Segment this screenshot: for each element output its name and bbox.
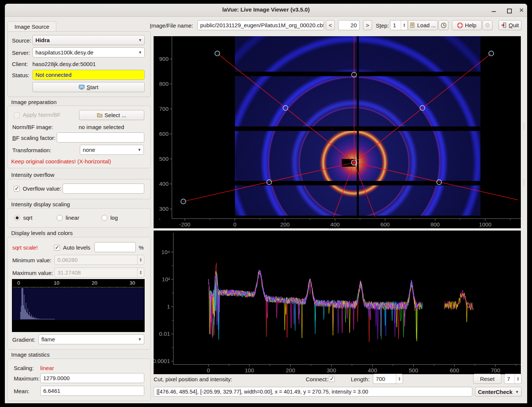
maximize-button[interactable]: [506, 7, 512, 13]
settings-button[interactable]: ⚙: [482, 20, 492, 30]
svg-text:0: 0: [17, 280, 20, 286]
connect-label: Connect:: [306, 376, 328, 382]
close-button[interactable]: ✕: [519, 7, 525, 13]
timer-button[interactable]: [438, 20, 448, 30]
step-label: Step:: [376, 22, 389, 29]
spin-arrows-icon[interactable]: ▲▼: [396, 374, 403, 383]
cut-position-info-field[interactable]: [[476.46, 485.54], [-205.99, 329.77], wi…: [154, 387, 472, 397]
overflow-value-input[interactable]: [63, 184, 144, 194]
auto-levels-input[interactable]: [94, 242, 136, 252]
auto-levels-checkbox[interactable]: [54, 245, 60, 251]
chevron-down-icon: ▼: [138, 145, 141, 154]
source-combo[interactable]: Hidra▼: [32, 35, 145, 45]
stats-mean-input[interactable]: 6.6461: [40, 386, 144, 396]
maximize-icon: [507, 9, 512, 13]
server-combo[interactable]: haspilatus100k.desy.de▼: [32, 47, 145, 57]
close-icon: ✕: [519, 7, 524, 14]
next-image-button[interactable]: >: [363, 20, 372, 30]
stats-maximum-label: Maximum:: [14, 375, 40, 382]
svg-text:1: 1: [167, 303, 170, 310]
svg-text:-200: -200: [179, 221, 191, 228]
length-spinbox[interactable]: 700▲▼: [373, 374, 403, 384]
svg-text:600: 600: [450, 367, 459, 373]
chevron-down-icon: ▼: [515, 387, 519, 397]
spin-arrows-icon[interactable]: ▲▼: [137, 255, 144, 264]
bf-scaling-input[interactable]: [57, 132, 144, 143]
radio-log-label: log: [110, 215, 118, 221]
stats-maximum-input[interactable]: 1279.0000: [40, 373, 144, 383]
reset-button[interactable]: Reset: [473, 374, 501, 384]
vertical-splitter[interactable]: [523, 179, 524, 185]
connect-checkbox[interactable]: [329, 376, 335, 382]
svg-text:200: 200: [280, 221, 290, 228]
apply-normbf-checkbox[interactable]: [14, 112, 20, 118]
image-index-input[interactable]: 20: [338, 20, 360, 30]
lifebuoy-icon: [457, 22, 463, 28]
section-image-preparation: Image preparation: [11, 99, 57, 105]
svg-text:400: 400: [368, 367, 377, 373]
detector-image-plot[interactable]: 300400500600700800900-200020040060080010…: [154, 36, 521, 228]
minimum-value-spinbox[interactable]: 0.06280▲▼: [54, 255, 144, 265]
cut-info-label: Cut, pixel position and intensity:: [154, 376, 232, 382]
window-title: laVue: Live Image Viewer (v3.5.0): [5, 6, 527, 13]
spin-arrows-icon[interactable]: ▲▼: [401, 21, 407, 30]
prev-image-button[interactable]: <: [326, 20, 335, 30]
svg-text:500: 500: [159, 156, 169, 162]
folder-icon: [97, 113, 103, 118]
minimum-value-label: Minimum value:: [12, 257, 51, 263]
cut-intensity-plot[interactable]: 0.00010.01110²10⁴0100200300400500600700: [154, 231, 521, 374]
gradient-label: Gradient:: [12, 336, 35, 343]
server-label: Server:: [12, 50, 30, 56]
svg-text:200: 200: [286, 367, 295, 373]
client-label: Client:: [12, 61, 28, 67]
load-button[interactable]: Load ...: [408, 20, 438, 30]
svg-text:700: 700: [159, 106, 169, 112]
spin-arrows-icon[interactable]: ▲▼: [137, 268, 144, 277]
tool-mode-combo[interactable]: CenterCheck▼: [475, 387, 522, 397]
section-intensity-overflow: Intensity overflow: [11, 172, 54, 178]
svg-text:300: 300: [327, 367, 336, 373]
gear-icon: ⚙: [485, 22, 490, 28]
auto-levels-label: Auto levels: [63, 244, 90, 251]
status-label: Status:: [12, 72, 29, 78]
step-spinbox[interactable]: 1▲▼: [390, 20, 408, 30]
transformation-combo[interactable]: none▼: [80, 145, 144, 155]
chevron-down-icon: ▼: [138, 335, 142, 344]
maximum-value-label: Maximum value:: [12, 270, 53, 276]
quit-button[interactable]: Quit: [498, 20, 522, 30]
svg-text:600: 600: [380, 221, 390, 228]
file-name-label: Image/File name:: [150, 22, 193, 29]
help-button[interactable]: Help: [452, 20, 482, 30]
svg-text:900: 900: [159, 56, 169, 62]
gradient-combo[interactable]: flame▼: [38, 334, 144, 344]
svg-text:0.01: 0.01: [159, 331, 170, 337]
svg-text:30: 30: [130, 280, 135, 286]
vertical-splitter[interactable]: [523, 123, 524, 129]
minimize-button[interactable]: [491, 7, 497, 13]
spin-arrows-icon[interactable]: ▲▼: [514, 374, 521, 383]
normbf-image-value: no image selected: [79, 124, 124, 130]
stats-scaling-value: linear: [40, 365, 54, 371]
start-button[interactable]: Start: [32, 82, 145, 92]
main-window: laVue: Live Image Viewer (v3.5.0) ✕ Imag…: [5, 4, 527, 403]
section-image-statistics: Image statistics: [11, 351, 50, 358]
horizontal-splitter[interactable]: [329, 228, 337, 229]
radio-linear[interactable]: [57, 215, 63, 221]
svg-text:800: 800: [159, 81, 169, 87]
tab-image-source[interactable]: Image Source: [7, 21, 56, 32]
clock-icon: [441, 22, 447, 28]
cut-count-spinbox[interactable]: 7▲▼: [504, 374, 522, 384]
file-name-input[interactable]: public/20131129_eugen/Pilatus1M_org_0002…: [197, 20, 324, 30]
overflow-checkbox[interactable]: [14, 186, 20, 192]
svg-text:20: 20: [92, 280, 97, 286]
radio-sqrt[interactable]: [14, 215, 20, 221]
svg-text:300: 300: [159, 206, 169, 212]
document-icon: [410, 22, 415, 28]
select-normbf-button[interactable]: Select ...: [79, 110, 144, 120]
radio-log[interactable]: [101, 215, 107, 221]
levels-histogram[interactable]: 0102030: [12, 279, 145, 332]
maximum-value-spinbox[interactable]: 31.27408▲▼: [54, 267, 144, 278]
status-badge: Not connected: [32, 70, 145, 80]
svg-text:0: 0: [233, 221, 236, 228]
bf-scaling-label: BF scaling factor:: [12, 135, 56, 141]
